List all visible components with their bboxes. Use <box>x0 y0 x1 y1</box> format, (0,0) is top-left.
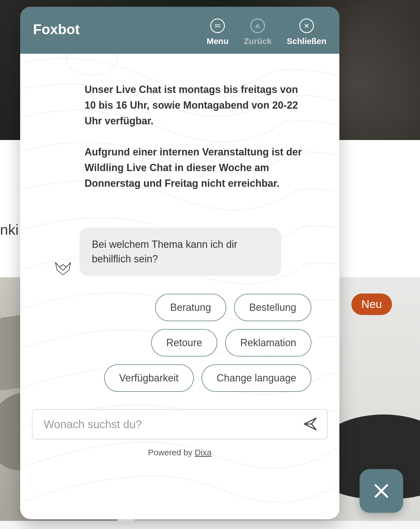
close-circle-icon <box>299 18 314 33</box>
send-button[interactable] <box>302 416 319 433</box>
chat-content: Unser Live Chat ist montags bis freitags… <box>20 54 339 392</box>
quick-replies: Beratung Bestellung Retoure Reklamation … <box>37 294 323 392</box>
fox-logo-icon <box>54 260 72 276</box>
chat-title: Foxbot <box>33 21 80 38</box>
chat-header: Foxbot Menu Zurück <box>20 7 339 54</box>
quick-reply-verfuegbarkeit[interactable]: Verfügbarkeit <box>104 364 194 392</box>
info-paragraph-1: Unser Live Chat ist montags bis freitags… <box>85 82 311 129</box>
info-message: Unser Live Chat ist montags bis freitags… <box>85 82 311 191</box>
chat-input-row <box>32 409 328 439</box>
chevron-up-double-icon <box>250 18 265 33</box>
powered-prefix: Powered by <box>148 448 195 457</box>
header-actions: Menu Zurück Schließen <box>207 18 326 46</box>
powered-by: Powered by Dixa <box>20 439 339 467</box>
menu-button[interactable]: Menu <box>207 18 228 46</box>
back-button: Zurück <box>244 18 272 46</box>
menu-icon <box>210 18 225 33</box>
close-icon <box>372 481 391 501</box>
quick-reply-retoure[interactable]: Retoure <box>151 329 217 356</box>
info-paragraph-2: Aufgrund einer internen Veranstaltung is… <box>85 144 311 191</box>
partial-heading: nki <box>0 221 18 238</box>
close-button[interactable]: Schließen <box>287 18 326 46</box>
quick-reply-beratung[interactable]: Beratung <box>155 294 226 321</box>
chat-body: Unser Live Chat ist montags bis freitags… <box>20 54 339 519</box>
bot-message-bubble: Bei welchem Thema kann ich dir behilflic… <box>80 228 281 276</box>
chat-widget: Foxbot Menu Zurück <box>20 7 339 519</box>
quick-reply-change-language[interactable]: Change language <box>202 364 311 392</box>
new-badge: Neu <box>351 293 392 315</box>
back-label: Zurück <box>244 36 272 46</box>
bot-message-row: Bei welchem Thema kann ich dir behilflic… <box>54 228 323 276</box>
powered-link[interactable]: Dixa <box>195 448 211 457</box>
chat-fab-close[interactable] <box>360 469 403 513</box>
chat-input[interactable] <box>44 418 302 431</box>
menu-label: Menu <box>207 36 228 46</box>
quick-reply-bestellung[interactable]: Bestellung <box>234 294 311 321</box>
send-icon <box>302 416 318 432</box>
close-label: Schließen <box>287 36 326 46</box>
quick-reply-reklamation[interactable]: Reklamation <box>225 329 311 356</box>
